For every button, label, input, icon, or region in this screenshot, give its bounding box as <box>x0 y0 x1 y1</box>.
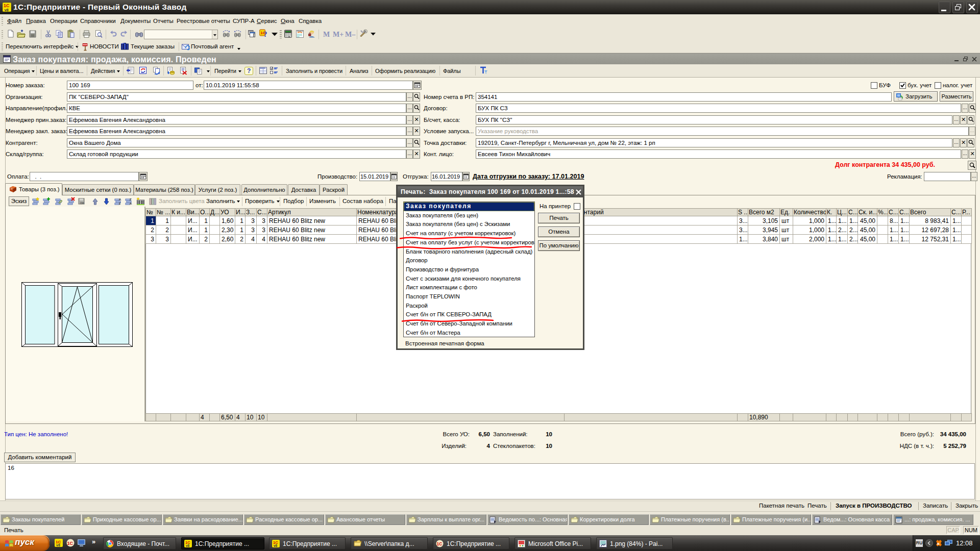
svg-text:a: a <box>937 541 940 546</box>
svg-text:1С: 1С <box>67 541 74 546</box>
svg-text:A: A <box>119 198 121 201</box>
svg-text:?: ? <box>264 31 267 38</box>
svg-text:v8: v8 <box>4 8 8 12</box>
svg-text:OK: OK <box>80 202 84 205</box>
svg-text:v8: v8 <box>186 544 190 547</box>
svg-text:1С: 1С <box>437 541 443 546</box>
svg-text:Z: Z <box>119 202 121 205</box>
svg-text:v8: v8 <box>274 544 278 547</box>
svg-text:A: A <box>130 202 132 205</box>
svg-text:v8: v8 <box>56 543 60 547</box>
svg-text:Z: Z <box>130 198 132 201</box>
